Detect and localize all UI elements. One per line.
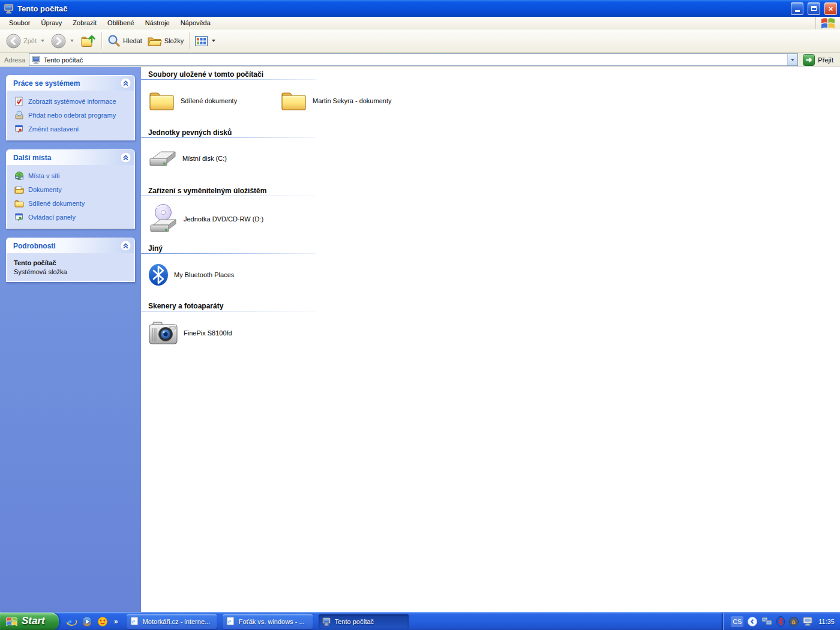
folder-icon xyxy=(148,89,175,112)
display-tray-icon[interactable] xyxy=(803,617,812,626)
ie-icon[interactable]: e xyxy=(66,616,77,627)
explorer-window: Tento počítač × Soubor Úpravy Zobrazit O… xyxy=(0,0,840,612)
views-button[interactable] xyxy=(193,34,220,48)
camera-icon xyxy=(148,320,178,346)
task-buttons: e Motorkáři.cz - interne... e Foťák vs. … xyxy=(127,614,409,629)
collapse-chevron-icon[interactable] xyxy=(120,77,131,89)
svg-text:e: e xyxy=(132,617,135,625)
section-title: Jiný xyxy=(148,242,840,253)
sidebar-item-system-info[interactable]: Zobrazit systémové informace xyxy=(14,97,131,106)
collapse-chevron-icon[interactable] xyxy=(120,152,131,163)
section-title: Zařízení s vyměnitelným úložištěm xyxy=(148,185,840,196)
up-button[interactable] xyxy=(78,31,98,50)
language-indicator[interactable]: CS xyxy=(731,616,743,627)
sidebar-item-label: Dokumenty xyxy=(28,186,62,193)
menu-soubor[interactable]: Soubor xyxy=(4,17,35,29)
item-label: FinePix S8100fd xyxy=(184,329,232,337)
section-title: Soubory uložené v tomto počítači xyxy=(148,68,840,79)
control-panel-icon xyxy=(14,212,24,222)
address-label: Adresa xyxy=(4,56,25,64)
panel-title: Podrobnosti xyxy=(13,242,120,250)
views-icon xyxy=(195,36,208,46)
quick-launch: e » xyxy=(59,616,122,627)
address-value: Tento počítač xyxy=(44,56,784,64)
sidebar-item-label: Místa v síti xyxy=(28,172,60,179)
collapse-chevron-icon[interactable] xyxy=(120,240,131,251)
go-label: Přejít xyxy=(818,56,833,64)
task-button-motorkari[interactable]: e Motorkáři.cz - interne... xyxy=(127,614,217,629)
back-icon xyxy=(6,34,21,49)
start-button[interactable]: Start xyxy=(0,613,59,630)
item-dvd-drive-d[interactable]: Jednotka DVD/CD-RW (D:) xyxy=(148,203,280,235)
menubar: Soubor Úpravy Zobrazit Oblíbené Nástroje… xyxy=(0,17,840,29)
folders-button[interactable]: Složky xyxy=(145,33,186,49)
restore-button[interactable] xyxy=(808,2,820,15)
go-button[interactable]: ➜ Přejít xyxy=(798,54,838,66)
panel-details-header[interactable]: Podrobnosti xyxy=(6,238,135,253)
address-dropdown-button[interactable] xyxy=(787,54,797,65)
back-button[interactable]: Zpět xyxy=(4,32,49,50)
documents-icon xyxy=(14,185,24,194)
panel-details-body: Tento počítač Systémová složka xyxy=(6,253,135,282)
menu-nastroje[interactable]: Nástroje xyxy=(140,17,175,29)
sidebar-item-control-panel[interactable]: Ovládací panely xyxy=(14,212,131,222)
menu-upravy[interactable]: Úpravy xyxy=(35,17,67,29)
sidebar-item-documents[interactable]: Dokumenty xyxy=(14,185,131,194)
my-computer-icon xyxy=(32,56,41,64)
item-local-disk-c[interactable]: Místní disk (C:) xyxy=(148,146,280,170)
task-label: Foťák vs. windows - ... xyxy=(239,618,305,625)
add-remove-programs-icon xyxy=(14,110,24,120)
tray-collapse-chevron-icon[interactable] xyxy=(748,617,757,626)
search-button[interactable]: Hledat xyxy=(105,32,145,49)
forward-dropdown-icon xyxy=(70,40,74,42)
sidebar-item-shared-documents[interactable]: Sdílené dokumenty xyxy=(14,199,131,208)
messenger-icon[interactable] xyxy=(97,616,108,627)
item-finepix-camera[interactable]: FinePix S8100fd xyxy=(148,320,280,346)
sidebar-item-network-places[interactable]: Místa v síti xyxy=(14,171,131,181)
item-user-documents[interactable]: Martin Sekyra - dokumenty xyxy=(280,89,412,112)
item-shared-documents[interactable]: Sdílené dokumenty xyxy=(148,89,280,112)
panel-title: Další místa xyxy=(13,154,120,162)
antivirus-tray-icon[interactable]: a xyxy=(789,617,799,626)
panel-system-tasks-header[interactable]: Práce se systémem xyxy=(6,75,135,91)
sidebar-item-change-settings[interactable]: Změnit nastavení xyxy=(14,124,131,134)
start-label: Start xyxy=(22,615,45,628)
media-player-icon[interactable] xyxy=(82,616,92,627)
main-area: Práce se systémem Zobrazit systémové inf… xyxy=(0,67,840,612)
address-bar: Adresa Tento počítač ➜ Přejít xyxy=(0,53,840,67)
close-button[interactable]: × xyxy=(824,2,837,15)
svg-text:a: a xyxy=(791,618,796,625)
task-pane-sidebar: Práce se systémem Zobrazit systémové inf… xyxy=(0,67,141,612)
item-label: My Bluetooth Places xyxy=(174,271,234,278)
panel-other-places: Další místa Místa v síti Dokumenty xyxy=(6,149,135,229)
search-label: Hledat xyxy=(123,37,142,44)
sidebar-item-label: Ovládací panely xyxy=(28,214,76,221)
toolbar-separator xyxy=(189,32,190,49)
toolbar-separator xyxy=(101,32,102,49)
sidebar-item-label: Změnit nastavení xyxy=(28,125,79,133)
item-label: Jednotka DVD/CD-RW (D:) xyxy=(184,215,263,223)
system-info-icon xyxy=(14,97,24,106)
menu-zobrazit[interactable]: Zobrazit xyxy=(67,17,102,29)
menu-napoveda[interactable]: Nápověda xyxy=(175,17,216,29)
minimize-button[interactable] xyxy=(791,2,803,15)
bluetooth-tray-icon[interactable] xyxy=(776,616,785,627)
network-places-icon xyxy=(14,171,24,181)
taskbar-clock[interactable]: 11:35 xyxy=(818,618,835,625)
my-computer-icon xyxy=(4,4,14,14)
task-button-tento-pocitac[interactable]: Tento počítač xyxy=(319,614,409,629)
panel-other-places-header[interactable]: Další místa xyxy=(6,149,135,165)
more-chevron-icon[interactable]: » xyxy=(114,617,118,626)
sidebar-item-add-remove-programs[interactable]: Přidat nebo odebrat programy xyxy=(14,110,131,120)
windows-flag-icon xyxy=(5,616,18,627)
item-bluetooth-places[interactable]: My Bluetooth Places xyxy=(148,263,280,286)
sidebar-item-label: Přidat nebo odebrat programy xyxy=(28,112,116,119)
network-tray-icon[interactable] xyxy=(761,617,772,626)
ie-icon: e xyxy=(226,617,235,626)
menu-oblibene[interactable]: Oblíbené xyxy=(102,17,140,29)
task-button-fotak[interactable]: e Foťák vs. windows - ... xyxy=(223,614,313,629)
ie-icon: e xyxy=(130,617,139,626)
address-combo[interactable]: Tento počítač xyxy=(29,53,798,66)
forward-button[interactable] xyxy=(49,32,78,50)
item-label: Sdílené dokumenty xyxy=(181,97,237,104)
